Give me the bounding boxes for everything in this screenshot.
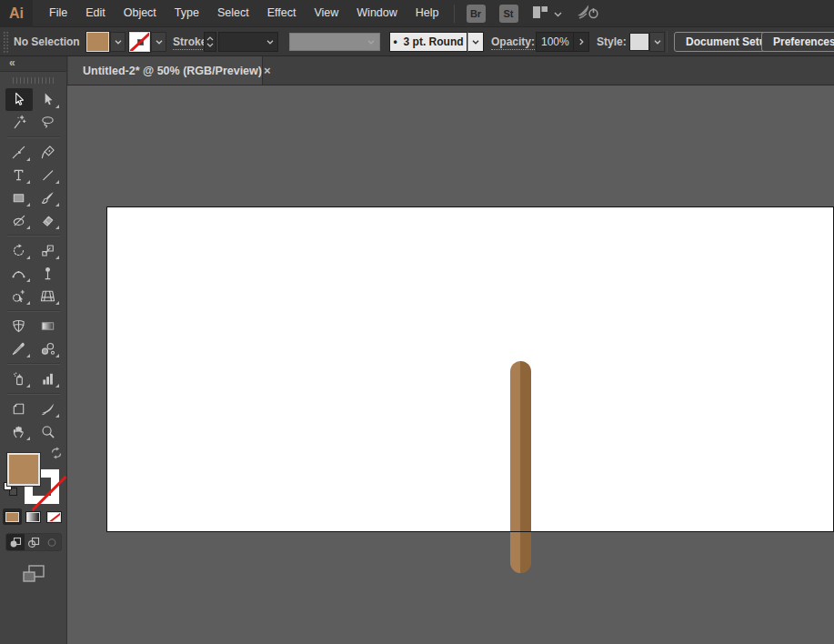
line-segment-tool-icon[interactable] (35, 164, 62, 186)
gpu-performance-icon[interactable] (576, 4, 599, 23)
brush-preview-dot: • (393, 35, 397, 48)
brush-definition-value: 3 pt. Round (404, 35, 464, 48)
canvas-area[interactable] (67, 86, 834, 644)
bridge-button[interactable]: Br (467, 5, 486, 23)
stock-button[interactable]: St (499, 5, 518, 23)
lasso-tool-icon[interactable] (35, 111, 62, 134)
fill-color-swatch[interactable] (86, 32, 109, 52)
selection-status: No Selection (14, 35, 80, 48)
control-bar: No Selection Stroke: • 3 pt. Round Opaci… (0, 27, 834, 56)
shape-builder-tool-icon[interactable] (5, 285, 33, 307)
style-label: Style: (597, 35, 627, 48)
workspace-layout-icon (532, 5, 548, 22)
puppet-warp-tool-icon[interactable] (35, 262, 62, 285)
menu-effect[interactable]: Effect (258, 0, 306, 26)
popsicle-stick-shape[interactable] (510, 361, 531, 573)
perspective-grid-tool-icon[interactable] (35, 285, 62, 307)
tool-group-divider (7, 363, 60, 365)
tool-group-divider (7, 136, 60, 138)
tools-panel-grip[interactable] (13, 77, 55, 84)
tool-group-divider (7, 393, 60, 395)
none-button[interactable] (45, 508, 64, 525)
menu-bar: Ai File Edit Object Type Select Effect V… (0, 0, 834, 27)
document-tab-title: Untitled-2* @ 50% (RGB/Preview) (83, 65, 262, 77)
eyedropper-tool-icon[interactable] (5, 337, 33, 360)
drawing-mode-buttons (5, 533, 62, 551)
fill-stroke-proxy (3, 446, 65, 504)
brush-definition-dropdown[interactable]: • 3 pt. Round (389, 32, 467, 52)
mesh-tool-icon[interactable] (5, 315, 33, 337)
type-tool-icon[interactable] (5, 164, 33, 186)
change-screen-mode-icon[interactable] (22, 564, 45, 586)
stroke-color-dropdown[interactable] (151, 32, 166, 52)
tab-close-icon[interactable]: × (262, 63, 273, 78)
slice-tool-icon[interactable] (35, 397, 62, 420)
curvature-tool-icon[interactable] (35, 141, 62, 164)
artboard-bottom-edge (106, 531, 834, 532)
color-button[interactable] (3, 508, 22, 525)
shaper-tool-icon[interactable] (5, 209, 33, 232)
pen-tool-icon[interactable] (5, 141, 33, 164)
tool-group-divider (7, 235, 60, 236)
none-slash-icon (129, 32, 150, 52)
tool-group-divider (7, 310, 60, 312)
main-menu: File Edit Object Type Select Effect View… (40, 0, 448, 26)
opacity-slider-arrow[interactable] (574, 32, 589, 52)
controlbar-divider (667, 31, 668, 53)
artboard-tool-icon[interactable] (5, 397, 33, 420)
draw-normal-button[interactable] (6, 534, 25, 550)
opacity-value: 100% (541, 35, 569, 48)
controlbar-grip-handle[interactable] (3, 31, 9, 53)
draw-inside-button[interactable] (43, 534, 61, 550)
menu-select[interactable]: Select (208, 0, 258, 26)
hand-tool-icon[interactable] (5, 420, 33, 443)
tools-grid (5, 88, 62, 443)
draw-behind-button[interactable] (25, 534, 43, 550)
tools-panel-header: « (0, 56, 66, 72)
brush-definition-chevron[interactable] (467, 32, 484, 52)
menu-type[interactable]: Type (166, 0, 208, 26)
workspace-switcher[interactable] (532, 5, 562, 22)
tools-panel: « (0, 56, 67, 644)
menu-window[interactable]: Window (347, 0, 406, 26)
graphic-style-dropdown[interactable] (649, 32, 665, 52)
eraser-tool-icon[interactable] (35, 209, 62, 232)
rectangle-tool-icon[interactable] (5, 186, 33, 209)
app-logo: Ai (0, 0, 33, 27)
magic-wand-tool-icon[interactable] (5, 111, 33, 134)
variable-width-profile-dropdown-disabled (289, 33, 380, 51)
artboard (106, 206, 834, 532)
width-tool-icon[interactable] (5, 262, 33, 285)
menu-view[interactable]: View (305, 0, 347, 26)
selection-tool-icon[interactable] (5, 88, 33, 111)
none-slash-icon (47, 512, 61, 522)
stroke-color-swatch[interactable] (129, 32, 150, 52)
graphic-style-swatch[interactable] (629, 33, 649, 51)
menu-help[interactable]: Help (407, 0, 448, 26)
stroke-weight-combobox[interactable] (218, 32, 278, 52)
fill-color-dropdown[interactable] (110, 32, 126, 52)
column-graph-tool-icon[interactable] (35, 367, 62, 390)
opacity-field[interactable]: 100% (536, 32, 574, 52)
swap-fill-stroke-icon[interactable] (49, 446, 64, 463)
scale-tool-icon[interactable] (35, 239, 62, 262)
collapse-panel-icon[interactable]: « (9, 56, 15, 69)
document-tab[interactable]: Untitled-2* @ 50% (RGB/Preview) × (68, 56, 263, 85)
paintbrush-tool-icon[interactable] (35, 186, 62, 209)
direct-selection-tool-icon[interactable] (35, 88, 62, 111)
fill-proxy-swatch[interactable] (7, 453, 40, 486)
menubar-divider (454, 5, 455, 23)
menu-file[interactable]: File (40, 0, 76, 26)
zoom-tool-icon[interactable] (35, 420, 62, 443)
gradient-tool-icon[interactable] (35, 315, 62, 337)
blend-tool-icon[interactable] (35, 337, 62, 360)
opacity-label[interactable]: Opacity: (491, 35, 535, 50)
rotate-tool-icon[interactable] (5, 239, 33, 262)
menu-edit[interactable]: Edit (76, 0, 115, 26)
document-tab-bar: Untitled-2* @ 50% (RGB/Preview) × (67, 56, 834, 86)
stroke-weight-stepper[interactable] (204, 32, 216, 52)
preferences-button[interactable]: Preferences (761, 32, 834, 52)
symbol-sprayer-tool-icon[interactable] (5, 367, 33, 390)
menu-object[interactable]: Object (115, 0, 166, 26)
chevron-down-icon (554, 7, 562, 20)
